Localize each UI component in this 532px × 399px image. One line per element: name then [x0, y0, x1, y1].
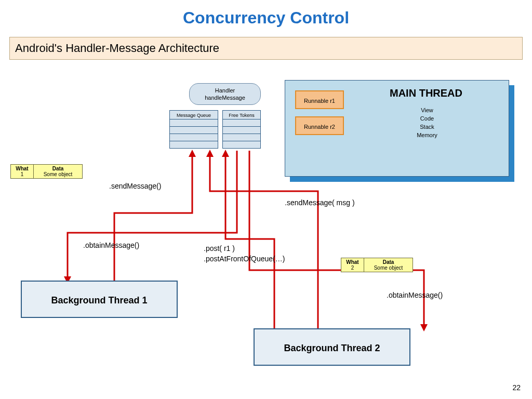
label-obtain-message-2: .obtainMessage() [387, 291, 443, 299]
svg-marker-2 [222, 150, 229, 157]
background-thread-1: Background Thread 1 [21, 281, 178, 318]
runnable-r2: Runnable r2 [295, 116, 344, 135]
runnable-r1: Runnable r1 [295, 90, 344, 109]
main-thread-stack: View Code Stack Memory [406, 106, 448, 139]
main-thread-heading: MAIN THREAD [390, 87, 462, 99]
svg-marker-3 [206, 150, 214, 157]
label-send-message-msg: .sendMessage( msg ) [285, 198, 355, 207]
background-thread-2: Background Thread 2 [254, 328, 410, 366]
diagram-canvas: Handler handleMessage Message Queue Free… [0, 62, 532, 399]
label-send-message-1: .sendMessage() [109, 182, 161, 190]
label-post-front: .postAtFrontOfQueue(…) [204, 255, 285, 263]
main-stack-stack: Stack [406, 123, 448, 131]
main-stack-view: View [406, 106, 448, 114]
svg-marker-0 [189, 150, 196, 157]
slide-subtitle: Android's Handler-Message Architecture [9, 37, 523, 60]
label-post-r1: .post( r1 ) [204, 244, 235, 252]
message-queue-body [169, 119, 218, 149]
message-queue-header: Message Queue [169, 110, 218, 119]
page-number: 22 [512, 383, 521, 392]
main-stack-memory: Memory [406, 131, 448, 139]
slide-title: Concurrency Control [0, 0, 532, 28]
free-tokens-body [222, 119, 261, 149]
main-stack-code: Code [406, 114, 448, 123]
handler-line2: handleMessage [190, 94, 260, 101]
handler-box: Handler handleMessage [189, 83, 261, 105]
handler-line1: Handler [190, 87, 260, 94]
free-tokens-header: Free Tokens [222, 110, 261, 119]
svg-marker-4 [420, 324, 428, 331]
message-table-2: What2DataSome object [341, 258, 413, 272]
message-table-1: What1DataSome object [10, 164, 83, 179]
label-obtain-message-1: .obtainMessage() [83, 241, 139, 249]
